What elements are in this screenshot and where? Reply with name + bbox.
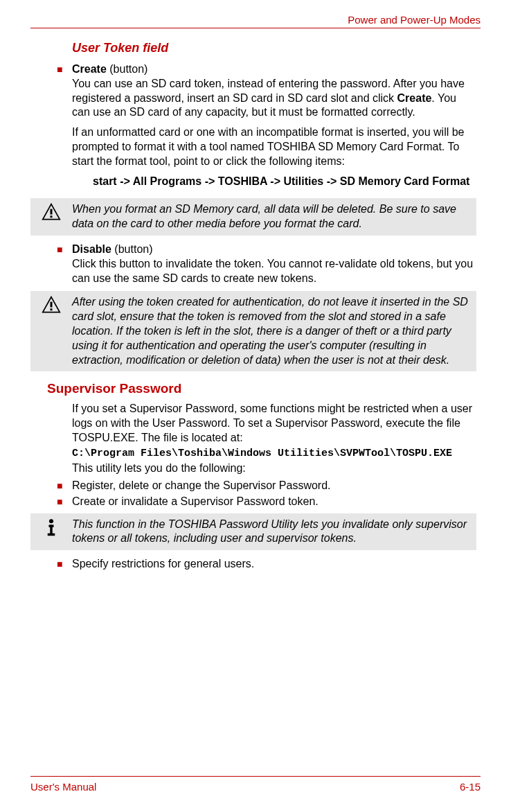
supervisor-para-1: If you set a Supervisor Password, some f… — [72, 402, 476, 445]
svg-rect-2 — [51, 216, 53, 218]
create-inline-bold: Create — [397, 92, 432, 104]
bullet-text: Register, delete or change the Superviso… — [72, 479, 476, 493]
create-suffix: (button) — [107, 63, 148, 75]
bullet-body: Disable (button) Click this button to in… — [72, 242, 476, 287]
info-text: This function in the TOSHIBA Password Ut… — [72, 516, 472, 548]
bullet-restrictions: ■ Specify restrictions for general users… — [57, 557, 476, 572]
chapter-header: Power and Power-Up Modes — [30, 14, 481, 28]
disable-suffix: (button) — [111, 243, 153, 255]
bullet-text: Specify restrictions for general users. — [72, 557, 476, 572]
bullet-icon: ■ — [57, 479, 72, 493]
bullet-body: Create (button) You can use an SD card t… — [72, 62, 476, 194]
create-para-2: If an unformatted card or one with an in… — [72, 125, 476, 168]
warning-icon — [30, 294, 72, 315]
info-callout: This function in the TOSHIBA Password Ut… — [30, 513, 476, 551]
warning-icon — [30, 201, 72, 222]
bullet-text: Create or invalidate a Supervisor Passwo… — [72, 495, 476, 509]
svg-rect-1 — [51, 209, 53, 215]
bullet-icon: ■ — [57, 495, 72, 509]
disable-label: Disable — [72, 243, 111, 255]
bullet-register: ■ Register, delete or change the Supervi… — [57, 479, 476, 493]
supervisor-para-2: This utility lets you do the following: — [72, 461, 476, 476]
bullet-create: ■ Create (button) You can use an SD card… — [57, 62, 476, 194]
svg-point-6 — [49, 519, 53, 523]
warning-token-text: After using the token created for authen… — [72, 294, 472, 369]
page-footer: User's Manual 6-15 — [30, 776, 481, 793]
page-content: User Token field ■ Create (button) You c… — [30, 41, 481, 572]
format-tool-path: start -> All Programs -> TOSHIBA -> Util… — [93, 175, 476, 189]
disable-text: Click this button to invalidate the toke… — [72, 258, 473, 284]
warning-format: When you format an SD Memory card, all d… — [30, 198, 476, 236]
info-icon — [30, 516, 72, 537]
create-para-1: Create (button) You can use an SD card t… — [72, 62, 476, 120]
svg-rect-4 — [51, 302, 53, 308]
chapter-title: Power and Power-Up Modes — [348, 14, 481, 26]
footer-page: 6-15 — [460, 781, 481, 793]
section-user-token-title: User Token field — [72, 41, 476, 55]
warning-format-text: When you format an SD Memory card, all d… — [72, 201, 472, 233]
bullet-disable: ■ Disable (button) Click this button to … — [57, 242, 476, 287]
section-supervisor-title: Supervisor Password — [47, 381, 476, 396]
bullet-icon: ■ — [57, 557, 72, 572]
supervisor-path: C:\Program Files\Toshiba\Windows Utiliti… — [72, 447, 476, 461]
bullet-icon: ■ — [57, 62, 72, 194]
svg-rect-8 — [50, 524, 53, 534]
disable-para: Disable (button) Click this button to in… — [72, 242, 476, 285]
svg-rect-9 — [48, 533, 55, 536]
create-label: Create — [72, 63, 107, 75]
bullet-icon: ■ — [57, 242, 72, 287]
bullet-create-token: ■ Create or invalidate a Supervisor Pass… — [57, 495, 476, 509]
svg-rect-5 — [51, 309, 53, 311]
footer-left: User's Manual — [30, 781, 96, 793]
warning-token: After using the token created for authen… — [30, 291, 476, 371]
